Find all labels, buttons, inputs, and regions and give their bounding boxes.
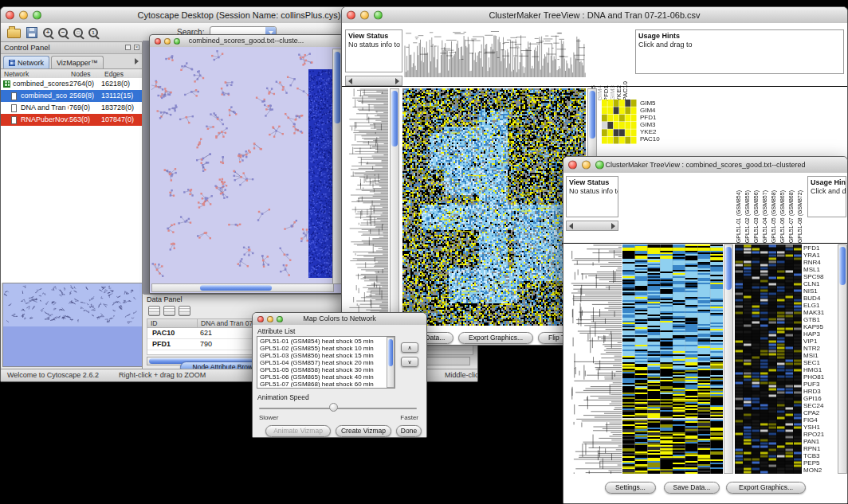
gene-label[interactable]: PFD1 <box>640 114 672 121</box>
gene-label[interactable]: CPA2 <box>803 409 837 416</box>
gene-label[interactable]: RPN1 <box>803 445 837 452</box>
zoom-button[interactable] <box>174 38 180 45</box>
column-label[interactable]: GPL51-06 (GSM865) <box>778 190 787 243</box>
attribute-select-icon[interactable] <box>148 306 160 316</box>
gene-similarity-matrix[interactable] <box>602 100 637 144</box>
gene-list-vscrollbar[interactable] <box>838 244 847 474</box>
attribute-list-item[interactable]: GPL51-04 (GSM857) heat shock 20 min <box>258 359 386 366</box>
gene-label[interactable]: YSH1 <box>803 424 837 431</box>
zoom-button[interactable] <box>277 316 283 322</box>
minimize-button[interactable] <box>267 316 273 322</box>
gene-label[interactable]: SPC98 <box>803 273 837 280</box>
gene-label[interactable]: MSI1 <box>803 352 837 359</box>
close-panel-icon[interactable]: × <box>134 45 139 50</box>
gene-label[interactable]: SEC1 <box>803 359 837 366</box>
gene-label[interactable]: PAC10 <box>640 135 672 143</box>
export-graphics-button[interactable]: Export Graphics... <box>458 332 533 344</box>
create-vizmap-button[interactable]: Create Vizmap <box>336 425 391 437</box>
attribute-list-item[interactable]: GPL51-03 (GSM856) heat shock 15 min <box>258 352 386 359</box>
tab-overflow-icon[interactable] <box>135 58 139 64</box>
RNAPuberNov2+[interactable]: RNAPuberNov2+ 563(0) 107847(0) <box>1 114 142 126</box>
gene-label[interactable]: GTB1 <box>803 316 837 323</box>
gene-label[interactable]: TCB3 <box>803 452 837 459</box>
close-button[interactable] <box>155 38 161 45</box>
scroll-left-icon[interactable] <box>348 78 352 84</box>
close-button[interactable] <box>568 161 577 170</box>
move-up-button[interactable]: ∧ <box>401 342 418 353</box>
scroll-thumb[interactable] <box>388 339 393 366</box>
zoom-button[interactable] <box>595 161 604 170</box>
column-label[interactable]: GPL51-03 (GSM856) <box>752 190 760 243</box>
heatmap-canvas[interactable] <box>622 244 723 474</box>
network-hscrollbar[interactable] <box>151 283 334 292</box>
gene-label[interactable]: PHO81 <box>803 373 837 381</box>
treeview1-titlebar[interactable]: ClusterMaker TreeView : DNA and Tran 07-… <box>342 7 847 24</box>
zoom-in-icon[interactable] <box>43 28 53 37</box>
open-file-icon[interactable] <box>7 29 21 38</box>
float-panel-icon[interactable] <box>125 45 131 50</box>
gene-label[interactable]: HAP3 <box>803 330 837 338</box>
minimize-button[interactable] <box>582 161 591 170</box>
save-data-button[interactable]: Save Data... <box>664 482 720 494</box>
gene-label[interactable]: CLN1 <box>803 280 837 287</box>
tab-vizmapper[interactable]: VizMapper™ <box>51 56 104 68</box>
scroll-left-icon[interactable] <box>569 223 573 229</box>
close-button[interactable] <box>6 11 14 20</box>
scroll-thumb[interactable] <box>725 247 732 290</box>
birdseye-view[interactable] <box>2 283 143 367</box>
column-label[interactable]: GPL51-02 (GSM855) <box>743 190 752 243</box>
attribute-list-item[interactable]: GPL51-02 (GSM855) heat shock 10 min <box>258 345 386 352</box>
zoom-button[interactable] <box>33 11 41 20</box>
settings-button[interactable]: Settings... <box>605 482 656 494</box>
scroll-thumb[interactable] <box>839 247 846 285</box>
gene-label[interactable]: ELG1 <box>803 302 837 309</box>
attribute-list-item[interactable]: GPL51-01 (GSM854) heat shock 05 min <box>258 338 386 345</box>
gene-label[interactable]: MAK31 <box>803 309 837 316</box>
save-session-icon[interactable] <box>26 27 37 38</box>
gene-label[interactable]: GIM5 <box>640 100 672 107</box>
close-button[interactable] <box>257 316 264 322</box>
done-button[interactable]: Done <box>396 425 422 437</box>
gene-label[interactable]: RNR4 <box>803 259 837 266</box>
row-dendrogram[interactable] <box>345 88 388 326</box>
heatmap-canvas[interactable] <box>402 88 586 326</box>
attribute-list-item[interactable]: GPL51-05 (GSM858) heat shock 30 min <box>258 366 386 373</box>
zoom-fit-icon[interactable] <box>73 28 83 37</box>
gene-label[interactable]: PEP5 <box>803 459 837 467</box>
zoom-out-icon[interactable] <box>58 28 68 37</box>
gene-label[interactable]: MSL1 <box>803 266 837 273</box>
export-graphics-button[interactable]: Export Graphics... <box>726 482 806 494</box>
attribute-delete-icon[interactable] <box>179 306 190 316</box>
gene-label[interactable]: SEC24 <box>803 402 837 409</box>
dendrogram-vscrollbar[interactable] <box>390 88 399 326</box>
column-label[interactable]: GPL51-01 (GSM854) <box>734 190 743 243</box>
zoom-button[interactable] <box>374 11 383 20</box>
gene-label[interactable]: PUF3 <box>803 381 837 388</box>
scroll-thumb[interactable] <box>200 285 272 291</box>
attribute-list-item[interactable]: GPL51-06 (GSM865) heat shock 40 min <box>258 373 386 381</box>
minimize-button[interactable] <box>19 11 28 20</box>
scroll-thumb[interactable] <box>334 52 340 123</box>
gene-label[interactable]: GPI16 <box>803 395 837 402</box>
tab-network[interactable]: Network <box>3 56 49 68</box>
gene-label[interactable]: PFD1 <box>803 244 837 252</box>
gene-label[interactable]: GIM3 <box>640 121 672 128</box>
network-view-titlebar[interactable]: combined_scores_good.txt--cluste... <box>150 35 343 48</box>
secondary-heatmap-canvas[interactable] <box>735 244 802 474</box>
gene-label[interactable]: KAP95 <box>803 323 837 330</box>
column-label[interactable]: GPL51-04 (GSM857) <box>760 190 769 243</box>
listbox-vscrollbar[interactable] <box>387 337 395 388</box>
slider-thumb[interactable] <box>329 403 338 412</box>
combined_sco[interactable]: combined_sco 2569(8) 13112(15) <box>1 90 142 102</box>
gene-label[interactable]: BUD4 <box>803 295 837 302</box>
animation-speed-slider[interactable] <box>259 403 417 412</box>
gene-label[interactable]: HMG1 <box>803 366 837 373</box>
minimize-button[interactable] <box>360 11 369 20</box>
treeview2-titlebar[interactable]: ClusterMaker TreeView : combined_scores_… <box>563 157 847 174</box>
gene-label[interactable]: PAC10 <box>622 81 629 101</box>
heatmap-vscrollbar[interactable] <box>724 244 733 474</box>
gene-label[interactable]: VIP1 <box>803 338 837 345</box>
gene-label[interactable]: FIG4 <box>803 416 837 424</box>
gene-label[interactable]: YRA1 <box>803 252 837 259</box>
dialog-titlebar[interactable]: Map Colors to Network <box>253 313 426 326</box>
